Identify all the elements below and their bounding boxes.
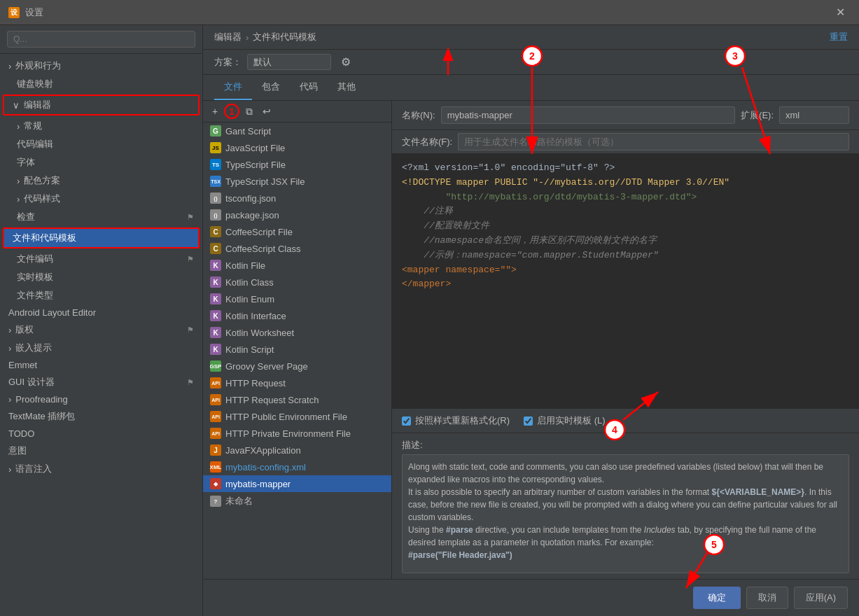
expand-icon: ∨ <box>13 100 20 111</box>
file-item-mybatis-config[interactable]: XML mybatis-confing.xml <box>203 458 391 475</box>
file-item-http[interactable]: API HTTP Request <box>203 374 391 391</box>
sidebar-item-font[interactable]: 字体 <box>0 153 202 172</box>
code-line-3: "http://mybatis.org/dtd/mybatis-3-mapper… <box>402 190 849 205</box>
sidebar-item-color-scheme[interactable]: › 配色方案 <box>0 172 202 190</box>
file-item-groovy[interactable]: GSP Groovy Server Page <box>203 358 391 374</box>
add-button[interactable]: + <box>209 104 221 118</box>
sidebar-item-editor[interactable]: ∨ 编辑器 <box>4 96 198 114</box>
sidebar-label: 字体 <box>17 156 35 169</box>
sidebar-item-file-template[interactable]: 文件和代码模板 <box>4 229 198 247</box>
file-item-gant[interactable]: G Gant Script <box>203 122 391 139</box>
file-item-ts[interactable]: TS TypeScript File <box>203 156 391 173</box>
sidebar-label: 实时模板 <box>17 271 53 284</box>
code-line-5: //配置映射文件 <box>402 219 849 234</box>
filename-row: 文件名称(F): <box>392 130 859 154</box>
file-item-http-scratch[interactable]: API HTTP Request Scratch <box>203 391 391 408</box>
file-label: Kotlin Enum <box>225 294 274 304</box>
file-item-mybatis-mapper[interactable]: ◆ mybatis-mapper <box>203 475 391 492</box>
sidebar-item-todo[interactable]: TODO <box>0 426 202 442</box>
copy-button[interactable]: ⧉ <box>242 104 256 119</box>
file-item-tsconfig[interactable]: {} tsconfig.json <box>203 190 391 206</box>
breadcrumb: 编辑器 › 文件和代码模板 <box>214 31 316 43</box>
file-item-unnamed[interactable]: ? 未命名 <box>203 492 391 510</box>
copyright-icon: ⚑ <box>187 326 194 335</box>
js-icon: JS <box>210 142 221 153</box>
ok-button[interactable]: 确定 <box>693 587 741 609</box>
file-label: HTTP Request <box>225 378 286 388</box>
expand-icon: › <box>8 464 11 475</box>
tab-other[interactable]: 其他 <box>328 75 365 100</box>
dialog-buttons: 确定 取消 应用(A) <box>203 579 859 616</box>
reformat-label: 按照样式重新格式化(R) <box>415 414 510 427</box>
sidebar-label: 文件编码 <box>17 253 53 265</box>
tab-code[interactable]: 代码 <box>290 75 328 100</box>
file-item-kotlin-interface[interactable]: K Kotlin Interface <box>203 307 391 324</box>
sidebar-item-keymap[interactable]: 键盘映射 <box>0 75 202 93</box>
file-item-tsx[interactable]: TSX TypeScript JSX File <box>203 173 391 190</box>
file-item-coffeescript[interactable]: C CoffeeScript File <box>203 223 391 240</box>
code-line-6: //namespace命名空间，用来区别不同的映射文件的名字 <box>402 234 849 248</box>
sidebar-item-live-templates[interactable]: 实时模板 <box>0 268 202 286</box>
sidebar-item-inspections[interactable]: 检查 ⚑ <box>0 208 202 226</box>
live-template-label: 启用实时模板 (L) <box>537 414 606 427</box>
sidebar-item-code-editing[interactable]: 代码编辑 <box>0 135 202 153</box>
file-item-package[interactable]: {} package.json <box>203 206 391 223</box>
sidebar-item-textmate[interactable]: TextMate 插绑包 <box>0 407 202 426</box>
sidebar-item-gui[interactable]: GUI 设计器 ⚑ <box>0 373 202 391</box>
file-item-javafx[interactable]: J JavaFXApplication <box>203 442 391 458</box>
sidebar-label: 文件和代码模板 <box>13 232 76 244</box>
tab-files[interactable]: 文件 <box>214 75 252 100</box>
close-button[interactable]: ✕ <box>830 3 851 22</box>
sidebar-item-appearance[interactable]: › 外观和行为 <box>0 57 202 75</box>
tab-includes[interactable]: 包含 <box>252 75 290 100</box>
ext-input[interactable] <box>779 106 849 124</box>
file-item-kotlin-enum[interactable]: K Kotlin Enum <box>203 290 391 307</box>
http2-icon: API <box>210 394 221 405</box>
file-item-http-private[interactable]: API HTTP Private Environment File <box>203 425 391 442</box>
sidebar-label: 代码样式 <box>24 192 60 205</box>
file-label: package.json <box>225 210 279 220</box>
file-item-js[interactable]: JS JavaScript File <box>203 139 391 156</box>
cancel-button[interactable]: 取消 <box>746 587 788 609</box>
sidebar-item-file-types[interactable]: 文件类型 <box>0 286 202 304</box>
name-input[interactable] <box>441 106 735 124</box>
file-item-kotlin-script[interactable]: K Kotlin Script <box>203 341 391 358</box>
package-icon: {} <box>210 209 221 220</box>
reformat-checkbox[interactable] <box>402 416 411 426</box>
sidebar-label: 编辑器 <box>24 99 51 111</box>
live-template-checkbox[interactable] <box>524 416 533 426</box>
sidebar-item-lang-inject[interactable]: › 语言注入 <box>0 460 202 478</box>
file-item-http-public[interactable]: API HTTP Public Environment File <box>203 408 391 425</box>
expand-icon: › <box>17 121 20 132</box>
reset-link[interactable]: 重置 <box>830 31 848 43</box>
code-line-2: <!DOCTYPE mapper PUBLIC "-//mybatis.org/… <box>402 176 849 190</box>
sidebar-item-intention[interactable]: 意图 <box>0 442 202 460</box>
file-item-kotlin-file[interactable]: K Kotlin File <box>203 257 391 274</box>
sidebar-label: 嵌入提示 <box>15 342 52 354</box>
undo-button[interactable]: ↩ <box>259 104 274 118</box>
sidebar-item-copyright[interactable]: › 版权 ⚑ <box>0 321 202 339</box>
sidebar-item-android-layout[interactable]: Android Layout Editor <box>0 304 202 321</box>
file-item-kotlin-worksheet[interactable]: K Kotlin Worksheet <box>203 324 391 341</box>
sidebar-item-code-style[interactable]: › 代码样式 <box>0 190 202 208</box>
sidebar-item-embedded[interactable]: › 嵌入提示 <box>0 339 202 357</box>
sidebar-item-general[interactable]: › 常规 <box>0 117 202 135</box>
apply-button[interactable]: 应用(A) <box>794 587 848 609</box>
sidebar-item-proofreading[interactable]: › Proofreading <box>0 391 202 407</box>
code-editor[interactable]: <?xml version="1.0" encoding="utf-8" ?> … <box>392 154 859 408</box>
file-list-toolbar: + 1 ⧉ ↩ <box>203 101 391 122</box>
file-item-kotlin-class[interactable]: K Kotlin Class <box>203 274 391 290</box>
file-label: TypeScript File <box>225 160 286 170</box>
sidebar-item-emmet[interactable]: Emmet <box>0 357 202 373</box>
breadcrumb-editor: 编辑器 <box>214 31 242 43</box>
live-template-option[interactable]: 启用实时模板 (L) <box>524 414 606 427</box>
filename-input[interactable] <box>458 133 849 150</box>
scheme-select[interactable]: 默认 <box>247 54 331 70</box>
reformat-option[interactable]: 按照样式重新格式化(R) <box>402 414 510 427</box>
kt3-icon: K <box>210 293 221 304</box>
file-item-coffeescript-class[interactable]: C CoffeeScript Class <box>203 240 391 257</box>
sidebar-item-file-encoding[interactable]: 文件编码 ⚑ <box>0 250 202 268</box>
file-label: mybatis-confing.xml <box>225 462 306 472</box>
search-input[interactable] <box>7 31 195 48</box>
scheme-gear-button[interactable]: ⚙ <box>337 54 355 70</box>
